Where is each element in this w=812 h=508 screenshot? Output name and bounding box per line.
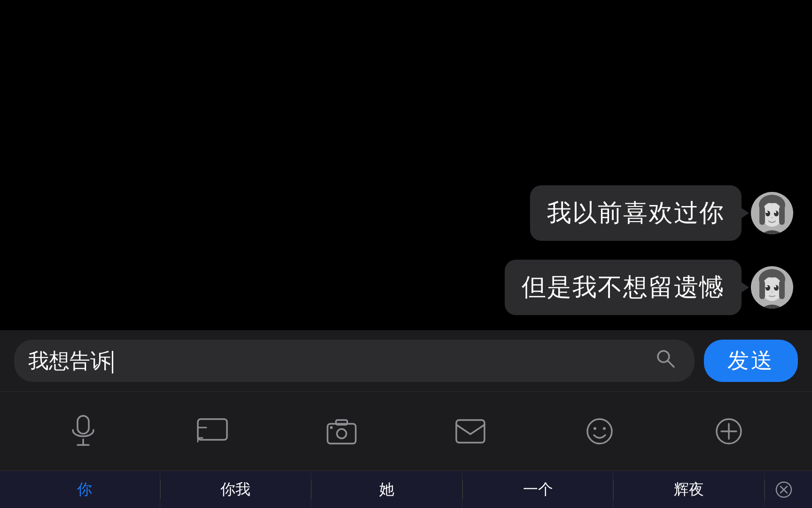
svg-rect-13 — [759, 280, 765, 299]
svg-point-30 — [330, 426, 333, 429]
suggestion-text-4: 一个 — [523, 479, 553, 500]
cast-icon[interactable] — [194, 413, 231, 450]
suggestion-item-2[interactable]: 你我 — [161, 471, 312, 508]
svg-point-33 — [593, 427, 596, 430]
message-bubble-2: 但是我不想留遗憾 — [505, 260, 742, 315]
svg-point-18 — [774, 286, 776, 287]
message-row-1: 我以前喜欢过你 — [19, 185, 793, 241]
svg-point-34 — [603, 427, 606, 430]
input-area: 我想告诉 发送 — [0, 330, 812, 391]
svg-rect-25 — [198, 419, 227, 440]
message-bubble-1: 我以前喜欢过你 — [530, 185, 742, 241]
message-text-2: 但是我不想留遗憾 — [522, 273, 725, 301]
camera-icon[interactable] — [323, 413, 360, 450]
input-text: 我想告诉 — [28, 347, 650, 375]
svg-rect-22 — [78, 416, 89, 434]
avatar-2 — [751, 266, 793, 309]
suggestion-item-close[interactable] — [765, 471, 803, 508]
suggestion-item-1[interactable]: 你 — [9, 471, 160, 508]
svg-rect-4 — [779, 206, 785, 225]
svg-point-19 — [771, 292, 773, 293]
svg-rect-3 — [759, 206, 765, 225]
svg-point-9 — [771, 217, 773, 219]
suggestion-text-3: 她 — [379, 479, 394, 500]
svg-point-7 — [766, 211, 768, 213]
suggestion-item-5[interactable]: 辉夜 — [614, 471, 765, 508]
send-button-label: 发送 — [727, 346, 774, 375]
search-icon — [655, 348, 676, 373]
emoji-icon[interactable] — [581, 413, 618, 450]
suggestion-item-4[interactable]: 一个 — [463, 471, 614, 508]
svg-rect-29 — [336, 420, 347, 425]
message-row-2: 但是我不想留遗憾 — [19, 260, 793, 315]
svg-line-21 — [668, 361, 674, 367]
mail-icon[interactable] — [452, 413, 489, 450]
svg-point-32 — [587, 419, 612, 444]
avatar-1 — [751, 192, 793, 234]
svg-point-8 — [774, 211, 776, 213]
svg-rect-14 — [779, 280, 785, 299]
microphone-icon[interactable] — [64, 413, 102, 450]
suggestion-text-1: 你 — [77, 479, 92, 500]
svg-point-28 — [337, 429, 346, 438]
input-field[interactable]: 我想告诉 — [14, 340, 695, 382]
suggestion-text-5: 辉夜 — [674, 479, 704, 500]
message-text-1: 我以前喜欢过你 — [547, 199, 725, 226]
svg-point-17 — [766, 286, 768, 287]
chat-area: 我以前喜欢过你 — [0, 0, 812, 329]
svg-rect-31 — [456, 420, 484, 443]
suggestions-area: 你 你我 她 一个 辉夜 — [0, 470, 812, 508]
cursor — [112, 351, 113, 373]
more-icon[interactable] — [710, 413, 748, 450]
toolbar-area — [0, 391, 812, 470]
suggestion-item-3[interactable]: 她 — [312, 471, 462, 508]
send-button[interactable]: 发送 — [704, 340, 798, 382]
suggestion-text-2: 你我 — [220, 479, 250, 500]
